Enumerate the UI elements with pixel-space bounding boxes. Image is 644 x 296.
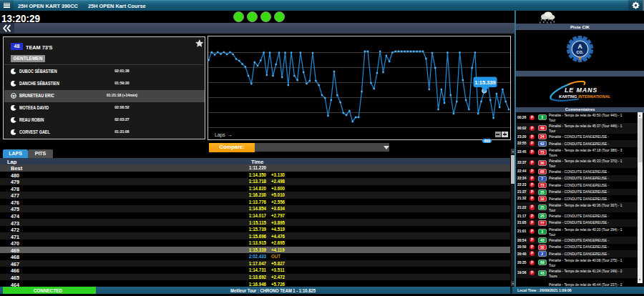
svg-text:CO.: CO. [577,50,584,54]
svg-text:LE MANS: LE MANS [565,87,597,94]
svg-text:A: A [577,43,582,50]
svg-text:KARTING INTERNATIONAL: KARTING INTERNATIONAL [559,94,611,99]
svg-text:1:15.339: 1:15.339 [474,79,496,86]
